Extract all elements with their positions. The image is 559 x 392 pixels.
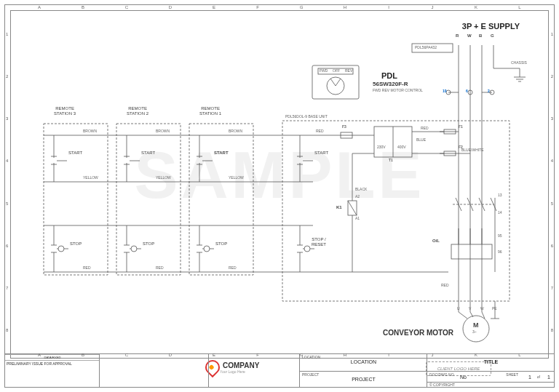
ruler-col: A (38, 5, 41, 9)
a14: 14 (498, 211, 502, 215)
stop-1: STOP (215, 241, 227, 247)
wire-red-bottom: RED (441, 284, 449, 288)
pdl-model: 56SW320F-R (373, 81, 408, 88)
project-value: PROJECT (300, 377, 427, 382)
ruler-col: H (344, 353, 346, 357)
drawing-sheet: SAMPLE {"colstart":40,"colstep":60,"rows… (0, 0, 559, 392)
ruler-col: F (256, 5, 259, 9)
start-3: START (68, 151, 82, 156)
start-2: START (141, 151, 155, 156)
of: of (537, 375, 540, 379)
start-1: START (214, 151, 229, 156)
ruler-row: 2 (6, 74, 8, 79)
phase-g: G (491, 33, 494, 39)
motor-w: W (480, 307, 484, 311)
a13: 13 (498, 193, 502, 198)
ruler-row: 4 (6, 159, 8, 163)
station1-label: REMOTE STATION 1 (199, 106, 221, 116)
ruler-row: 6 (6, 244, 8, 248)
ruler-col: I (388, 353, 389, 357)
svg-rect-99 (451, 244, 492, 259)
ruler-col: D (169, 5, 172, 9)
ruler-col: L (518, 353, 520, 357)
ruler-row: 5 (6, 201, 8, 206)
f2-label: F2 (459, 145, 463, 150)
ruler-col: F (256, 353, 259, 357)
motor-pe: PE (492, 307, 497, 311)
ruler-col: G (300, 353, 304, 357)
wire-red-1: RED (83, 266, 91, 271)
ruler-col: E (213, 353, 215, 357)
svg-point-74 (304, 246, 310, 252)
pdl-name: PDL (381, 71, 397, 80)
phase-r: R (456, 33, 459, 39)
sheet-n: 1 (528, 375, 531, 380)
wire-yellow-1: YELLOW (83, 176, 98, 180)
ruler-col: K (475, 5, 477, 9)
ruler-row: 5 (551, 201, 553, 206)
ruler-row: 2 (551, 74, 553, 79)
motor-title: CONVEYOR MOTOR (383, 329, 453, 337)
wire-yellow-2: YELLOW (156, 176, 171, 180)
ruler-col: G (300, 5, 304, 9)
ruler-col: B (82, 353, 84, 357)
term-6: 6 (466, 89, 468, 94)
ruler-col: C (125, 5, 128, 9)
svg-line-92 (348, 201, 357, 215)
stop-reset: STOP / RESET (312, 237, 326, 247)
title-value: TITLE (427, 359, 555, 364)
sheet-hdr: SHEET (506, 372, 518, 377)
copyright: © COPYRIGHT (429, 383, 455, 387)
wire-brown-3: BROWN (229, 129, 242, 134)
ol-label: O/L (432, 239, 440, 244)
ruler-row: 3 (551, 116, 553, 121)
ruler-row: 7 (551, 286, 553, 290)
motor-v: V (469, 307, 471, 311)
location-value: LOCATION (300, 359, 427, 364)
term-10: 10 (443, 89, 447, 94)
term-2: 2 (488, 89, 490, 94)
start-base: START (314, 151, 328, 156)
stop-2: STOP (143, 241, 154, 247)
phase-w: W (467, 33, 472, 39)
phase-b: B (479, 33, 482, 39)
svg-point-60 (131, 246, 137, 252)
ruler-col: H (344, 5, 346, 9)
k1-label: K1 (336, 205, 342, 210)
ruler-row: 6 (551, 244, 553, 248)
ruler-col: J (432, 5, 434, 9)
wire-red-a: RED (316, 129, 324, 134)
sheets-n: 1 (547, 375, 550, 380)
ruler-row: 1 (6, 32, 8, 36)
ruler-row: 1 (551, 32, 553, 36)
svg-line-13 (330, 79, 336, 86)
wire-brown-2: BROWN (156, 129, 170, 134)
sw-fwd: FWD (320, 69, 328, 73)
chassis-label: CHASSIS (511, 61, 527, 65)
motor-sub: 3~ (472, 330, 477, 335)
supply-title: 3P + E SUPPLY (462, 22, 520, 31)
ruler-row: 7 (6, 286, 8, 290)
svg-point-67 (204, 246, 210, 252)
ruler-col: K (475, 353, 477, 357)
wire-red-2: RED (156, 266, 164, 271)
t1-230: 230V (377, 145, 386, 150)
wire-bluewhite: BLUE/WHITE (461, 148, 484, 153)
a95: 95 (498, 234, 502, 239)
ruler-col: D (169, 353, 172, 357)
wire-brown-1: BROWN (83, 129, 97, 134)
ruler-row: 3 (6, 116, 8, 121)
svg-line-105 (459, 312, 467, 319)
t1-label: T1 (389, 159, 393, 163)
wire-blue: BLUE (416, 138, 426, 143)
a2-label: A2 (355, 195, 360, 199)
svg-point-53 (58, 246, 64, 252)
t1-400: 400V (397, 145, 406, 150)
ruler-col: E (213, 5, 215, 9)
wire-yellow-3: YELLOW (229, 176, 244, 180)
wire-black: BLACK (355, 188, 367, 192)
ruler-col: B (82, 5, 84, 9)
rev-header: DATA/FIXED (5, 354, 100, 360)
pdl-sub: FWD REV MOTOR CONTROL (373, 89, 423, 93)
title-block: DATA/FIXED PRELIMINARY ISSUE FOR APPROVA… (4, 353, 555, 388)
